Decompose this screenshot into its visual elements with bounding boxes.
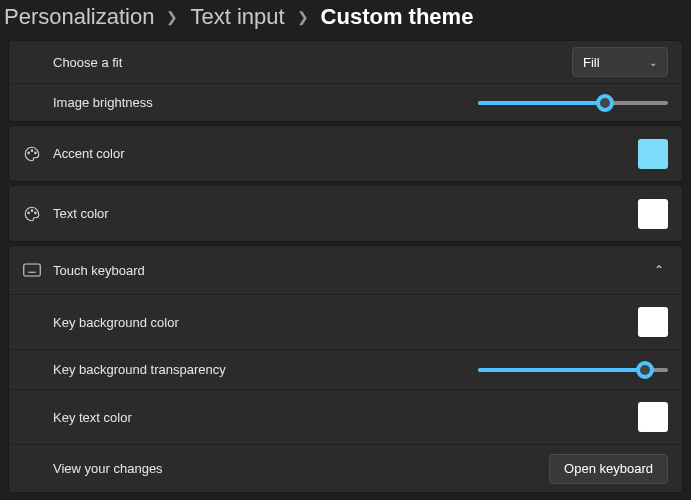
key-bg-transparency-slider[interactable]	[478, 360, 668, 380]
text-color-swatch[interactable]	[638, 199, 668, 229]
key-text-color-row: Key text color	[9, 389, 682, 444]
svg-point-5	[35, 212, 37, 214]
fit-brightness-panel: Choose a fit Fill ⌄ Image brightness	[8, 40, 683, 122]
key-bg-color-row: Key background color	[9, 294, 682, 349]
keyboard-icon	[23, 263, 53, 277]
image-brightness-row: Image brightness	[9, 83, 682, 121]
breadcrumb-text-input[interactable]: Text input	[190, 4, 284, 30]
choose-fit-row: Choose a fit Fill ⌄	[9, 41, 682, 83]
breadcrumb: Personalization ❯ Text input ❯ Custom th…	[0, 0, 691, 40]
slider-fill	[478, 101, 605, 105]
palette-icon	[23, 205, 53, 223]
key-bg-color-swatch[interactable]	[638, 307, 668, 337]
palette-icon	[23, 145, 53, 163]
choose-fit-label: Choose a fit	[53, 55, 572, 70]
accent-color-label: Accent color	[53, 146, 638, 161]
open-keyboard-button[interactable]: Open keyboard	[549, 454, 668, 484]
slider-fill	[478, 368, 645, 372]
image-brightness-slider[interactable]	[478, 93, 668, 113]
choose-fit-value: Fill	[583, 55, 600, 70]
key-bg-transparency-row: Key background transparency	[9, 349, 682, 389]
slider-thumb[interactable]	[636, 361, 654, 379]
key-text-color-swatch[interactable]	[638, 402, 668, 432]
touch-keyboard-label: Touch keyboard	[53, 263, 650, 278]
svg-point-4	[31, 209, 33, 211]
accent-color-row: Accent color	[9, 126, 682, 181]
text-color-panel: Text color	[8, 185, 683, 242]
view-changes-row: View your changes Open keyboard	[9, 444, 682, 492]
breadcrumb-personalization[interactable]: Personalization	[4, 4, 154, 30]
accent-color-panel: Accent color	[8, 125, 683, 182]
svg-point-3	[28, 212, 30, 214]
svg-point-0	[28, 152, 30, 154]
breadcrumb-current: Custom theme	[321, 4, 474, 30]
image-brightness-label: Image brightness	[53, 95, 478, 110]
slider-thumb[interactable]	[596, 94, 614, 112]
key-bg-color-label: Key background color	[53, 315, 638, 330]
choose-fit-select[interactable]: Fill ⌄	[572, 47, 668, 77]
chevron-down-icon: ⌄	[649, 57, 657, 68]
key-text-color-label: Key text color	[53, 410, 638, 425]
touch-keyboard-header[interactable]: Touch keyboard ⌃	[9, 246, 682, 294]
touch-keyboard-panel: Touch keyboard ⌃ Key background color Ke…	[8, 245, 683, 493]
accent-color-swatch[interactable]	[638, 139, 668, 169]
view-changes-label: View your changes	[53, 461, 549, 476]
text-color-row: Text color	[9, 186, 682, 241]
text-color-label: Text color	[53, 206, 638, 221]
svg-point-2	[35, 152, 37, 154]
key-bg-transparency-label: Key background transparency	[53, 362, 478, 377]
chevron-right-icon: ❯	[166, 9, 178, 25]
chevron-right-icon: ❯	[297, 9, 309, 25]
footer-actions: Reset Save Cancel	[0, 496, 691, 500]
svg-point-1	[31, 149, 33, 151]
svg-rect-6	[24, 264, 41, 276]
chevron-up-icon: ⌃	[650, 259, 668, 281]
